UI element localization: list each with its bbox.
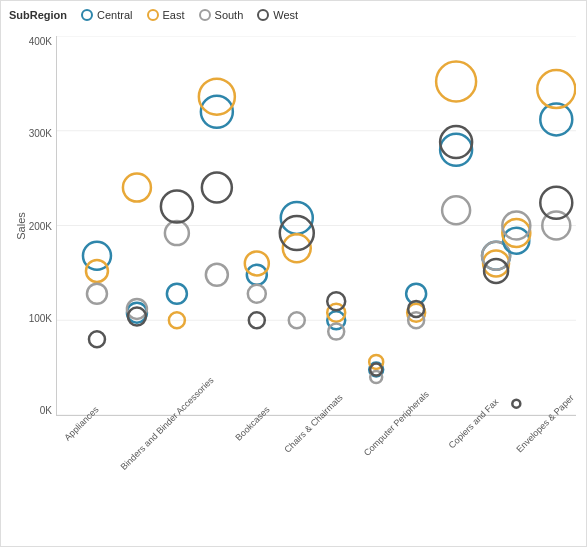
bubble-south-cat9 bbox=[442, 196, 470, 224]
bubble-south-cat6 bbox=[328, 324, 344, 340]
central-legend-circle bbox=[81, 9, 93, 21]
x-label-item: Labels, Pens & Art Supplies, Rubber Band… bbox=[580, 416, 587, 541]
x-label-item: Copiers and Fax bbox=[437, 416, 503, 541]
legend: SubRegion Central East South West bbox=[9, 9, 298, 21]
y-label-400k: 400K bbox=[29, 36, 52, 47]
bubble-east-cat4 bbox=[245, 251, 269, 275]
bubble-south-cat0 bbox=[87, 284, 107, 304]
chart-container: SubRegion Central East South West Sales … bbox=[0, 0, 587, 547]
legend-item-central: Central bbox=[81, 9, 132, 21]
bubble-west-cat6 bbox=[327, 292, 345, 310]
bubble-west-cat12 bbox=[540, 187, 572, 219]
y-label-300k: 300K bbox=[29, 128, 52, 139]
x-label-item: Appliances bbox=[56, 416, 100, 541]
bubble-west-cat3 bbox=[202, 173, 232, 203]
y-label-100k: 100K bbox=[29, 313, 52, 324]
bubble-south-cat2 bbox=[165, 221, 189, 245]
bubble-central-cat9 bbox=[440, 134, 472, 166]
legend-title: SubRegion bbox=[9, 9, 67, 21]
west-label: West bbox=[273, 9, 298, 21]
chart-area bbox=[56, 36, 576, 416]
legend-item-south: South bbox=[199, 9, 244, 21]
bubble-east-cat1 bbox=[123, 174, 151, 202]
south-legend-circle bbox=[199, 9, 211, 21]
bubble-central-cat2 bbox=[167, 284, 187, 304]
east-legend-circle bbox=[147, 9, 159, 21]
legend-item-east: East bbox=[147, 9, 185, 21]
east-label: East bbox=[163, 9, 185, 21]
bubble-west-cat0 bbox=[89, 331, 105, 347]
bubble-east-cat9 bbox=[436, 61, 476, 101]
y-axis: 400K 300K 200K 100K 0K bbox=[1, 36, 56, 416]
legend-item-west: West bbox=[257, 9, 298, 21]
bubble-south-cat4 bbox=[248, 285, 266, 303]
chart-svg bbox=[57, 36, 576, 415]
y-label-0k: 0K bbox=[40, 405, 52, 416]
x-label-item: Computer Peripherals bbox=[349, 416, 437, 541]
south-label: South bbox=[215, 9, 244, 21]
x-label-item: Bookcases bbox=[227, 416, 271, 541]
bubble-south-cat3 bbox=[206, 264, 228, 286]
x-label-item: Envelopes & Paper bbox=[503, 416, 580, 541]
x-labels: AppliancesBinders and Binder Accessories… bbox=[56, 416, 576, 541]
bubble-central-cat5 bbox=[281, 202, 313, 234]
bubble-west-cat2 bbox=[161, 191, 193, 223]
x-label-item: Chairs & Chairmats bbox=[271, 416, 349, 541]
bubble-west-cat11 bbox=[512, 400, 520, 408]
west-legend-circle bbox=[257, 9, 269, 21]
central-label: Central bbox=[97, 9, 132, 21]
x-label-item: Binders and Binder Accessories bbox=[100, 416, 227, 541]
y-label-200k: 200K bbox=[29, 221, 52, 232]
